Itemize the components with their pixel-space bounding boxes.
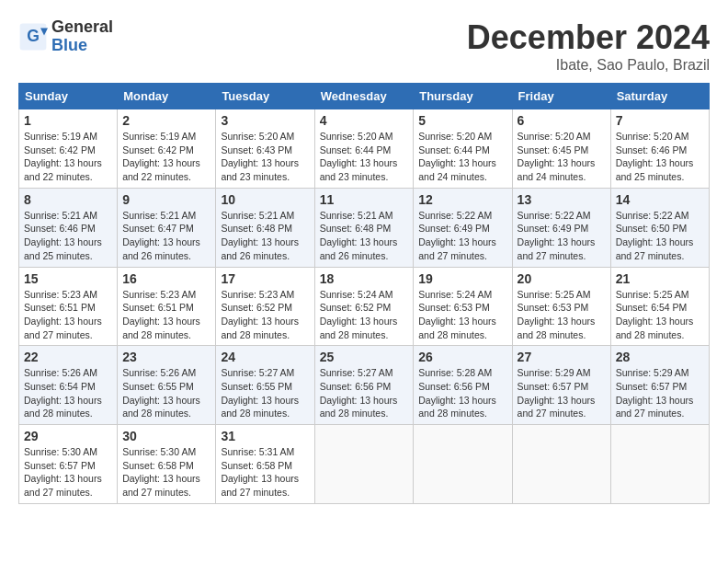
month-year: December 2024 [467, 18, 710, 57]
logo-line2: Blue [51, 37, 113, 55]
day-number: 17 [221, 271, 309, 286]
day-info: Sunrise: 5:20 AM Sunset: 6:46 PM Dayligh… [616, 130, 704, 184]
day-info: Sunrise: 5:21 AM Sunset: 6:46 PM Dayligh… [24, 209, 112, 263]
calendar-cell: 22Sunrise: 5:26 AM Sunset: 6:54 PM Dayli… [19, 346, 118, 425]
calendar-cell: 18Sunrise: 5:24 AM Sunset: 6:52 PM Dayli… [314, 267, 414, 346]
calendar-cell: 23Sunrise: 5:26 AM Sunset: 6:55 PM Dayli… [118, 346, 216, 425]
day-number: 18 [320, 271, 409, 286]
day-number: 19 [418, 271, 506, 286]
day-info: Sunrise: 5:20 AM Sunset: 6:44 PM Dayligh… [320, 130, 409, 184]
day-number: 22 [24, 350, 112, 364]
calendar-cell: 19Sunrise: 5:24 AM Sunset: 6:53 PM Dayli… [414, 267, 512, 346]
day-info: Sunrise: 5:25 AM Sunset: 6:53 PM Dayligh… [518, 288, 606, 342]
day-info: Sunrise: 5:21 AM Sunset: 6:47 PM Dayligh… [122, 209, 210, 263]
day-info: Sunrise: 5:31 AM Sunset: 6:58 PM Dayligh… [221, 445, 309, 500]
day-info: Sunrise: 5:28 AM Sunset: 6:56 PM Dayligh… [418, 366, 506, 420]
calendar-cell: 10Sunrise: 5:21 AM Sunset: 6:48 PM Dayli… [216, 188, 314, 267]
logo-icon: G [18, 22, 48, 52]
day-number: 21 [616, 271, 704, 286]
day-number: 29 [24, 429, 112, 443]
day-number: 30 [122, 429, 210, 443]
weekday-header-row: SundayMondayTuesdayWednesdayThursdayFrid… [19, 84, 710, 109]
weekday-header-tuesday: Tuesday [216, 84, 314, 109]
calendar-header: SundayMondayTuesdayWednesdayThursdayFrid… [19, 84, 710, 109]
day-number: 12 [418, 192, 506, 207]
day-info: Sunrise: 5:21 AM Sunset: 6:48 PM Dayligh… [320, 209, 409, 263]
calendar-week-2: 8Sunrise: 5:21 AM Sunset: 6:46 PM Daylig… [19, 188, 710, 267]
calendar-cell: 30Sunrise: 5:30 AM Sunset: 6:58 PM Dayli… [118, 425, 216, 504]
calendar-cell: 20Sunrise: 5:25 AM Sunset: 6:53 PM Dayli… [512, 267, 610, 346]
calendar-cell: 5Sunrise: 5:20 AM Sunset: 6:44 PM Daylig… [414, 109, 512, 189]
weekday-header-wednesday: Wednesday [314, 84, 414, 109]
weekday-header-saturday: Saturday [610, 84, 709, 109]
calendar-week-1: 1Sunrise: 5:19 AM Sunset: 6:42 PM Daylig… [19, 109, 710, 189]
day-info: Sunrise: 5:21 AM Sunset: 6:48 PM Dayligh… [221, 209, 309, 263]
calendar-cell: 28Sunrise: 5:29 AM Sunset: 6:57 PM Dayli… [610, 346, 709, 425]
weekday-header-thursday: Thursday [414, 84, 512, 109]
logo: G General Blue [18, 18, 113, 55]
calendar-cell: 12Sunrise: 5:22 AM Sunset: 6:49 PM Dayli… [414, 188, 512, 267]
day-number: 3 [221, 113, 309, 128]
day-number: 24 [221, 350, 309, 364]
calendar-cell: 14Sunrise: 5:22 AM Sunset: 6:50 PM Dayli… [610, 188, 709, 267]
day-info: Sunrise: 5:27 AM Sunset: 6:56 PM Dayligh… [320, 366, 409, 420]
calendar-cell [414, 425, 512, 504]
calendar-body: 1Sunrise: 5:19 AM Sunset: 6:42 PM Daylig… [19, 109, 710, 504]
day-info: Sunrise: 5:22 AM Sunset: 6:49 PM Dayligh… [518, 209, 606, 263]
page-header: G General Blue December 2024 Ibate, Sao … [18, 18, 710, 74]
calendar-cell: 1Sunrise: 5:19 AM Sunset: 6:42 PM Daylig… [19, 109, 118, 189]
title-block: December 2024 Ibate, Sao Paulo, Brazil [467, 18, 710, 74]
day-number: 14 [616, 192, 704, 207]
day-number: 23 [122, 350, 210, 364]
calendar-cell: 24Sunrise: 5:27 AM Sunset: 6:55 PM Dayli… [216, 346, 314, 425]
calendar-cell [610, 425, 709, 504]
calendar-cell: 25Sunrise: 5:27 AM Sunset: 6:56 PM Dayli… [314, 346, 414, 425]
calendar-cell [314, 425, 414, 504]
day-number: 7 [616, 113, 704, 128]
day-number: 4 [320, 113, 409, 128]
calendar-cell: 4Sunrise: 5:20 AM Sunset: 6:44 PM Daylig… [314, 109, 414, 189]
calendar-cell: 9Sunrise: 5:21 AM Sunset: 6:47 PM Daylig… [118, 188, 216, 267]
calendar-cell: 16Sunrise: 5:23 AM Sunset: 6:51 PM Dayli… [118, 267, 216, 346]
day-info: Sunrise: 5:23 AM Sunset: 6:51 PM Dayligh… [122, 288, 210, 342]
calendar-cell: 26Sunrise: 5:28 AM Sunset: 6:56 PM Dayli… [414, 346, 512, 425]
day-info: Sunrise: 5:22 AM Sunset: 6:49 PM Dayligh… [418, 209, 506, 263]
calendar-cell: 21Sunrise: 5:25 AM Sunset: 6:54 PM Dayli… [610, 267, 709, 346]
day-number: 20 [518, 271, 606, 286]
day-number: 31 [221, 429, 309, 443]
calendar-cell: 31Sunrise: 5:31 AM Sunset: 6:58 PM Dayli… [216, 425, 314, 504]
calendar-cell: 8Sunrise: 5:21 AM Sunset: 6:46 PM Daylig… [19, 188, 118, 267]
calendar-cell: 17Sunrise: 5:23 AM Sunset: 6:52 PM Dayli… [216, 267, 314, 346]
calendar-table: SundayMondayTuesdayWednesdayThursdayFrid… [18, 83, 710, 504]
calendar-cell: 7Sunrise: 5:20 AM Sunset: 6:46 PM Daylig… [610, 109, 709, 189]
calendar-cell: 3Sunrise: 5:20 AM Sunset: 6:43 PM Daylig… [216, 109, 314, 189]
day-number: 27 [518, 350, 606, 364]
day-number: 1 [24, 113, 112, 128]
day-number: 16 [122, 271, 210, 286]
day-info: Sunrise: 5:20 AM Sunset: 6:45 PM Dayligh… [518, 130, 606, 184]
calendar-cell: 29Sunrise: 5:30 AM Sunset: 6:57 PM Dayli… [19, 425, 118, 504]
svg-text:G: G [27, 27, 40, 45]
day-number: 8 [24, 192, 112, 207]
day-info: Sunrise: 5:25 AM Sunset: 6:54 PM Dayligh… [616, 288, 704, 342]
calendar-cell: 6Sunrise: 5:20 AM Sunset: 6:45 PM Daylig… [512, 109, 610, 189]
day-info: Sunrise: 5:23 AM Sunset: 6:52 PM Dayligh… [221, 288, 309, 342]
day-number: 10 [221, 192, 309, 207]
calendar-cell: 2Sunrise: 5:19 AM Sunset: 6:42 PM Daylig… [118, 109, 216, 189]
day-info: Sunrise: 5:19 AM Sunset: 6:42 PM Dayligh… [122, 130, 210, 184]
weekday-header-friday: Friday [512, 84, 610, 109]
day-number: 13 [518, 192, 606, 207]
day-number: 2 [122, 113, 210, 128]
calendar-cell: 15Sunrise: 5:23 AM Sunset: 6:51 PM Dayli… [19, 267, 118, 346]
calendar-cell: 11Sunrise: 5:21 AM Sunset: 6:48 PM Dayli… [314, 188, 414, 267]
calendar-cell [512, 425, 610, 504]
day-info: Sunrise: 5:19 AM Sunset: 6:42 PM Dayligh… [24, 130, 112, 184]
calendar-week-4: 22Sunrise: 5:26 AM Sunset: 6:54 PM Dayli… [19, 346, 710, 425]
day-info: Sunrise: 5:26 AM Sunset: 6:54 PM Dayligh… [24, 366, 112, 420]
weekday-header-monday: Monday [118, 84, 216, 109]
day-info: Sunrise: 5:20 AM Sunset: 6:43 PM Dayligh… [221, 130, 309, 184]
logo-text: General Blue [51, 18, 113, 55]
day-info: Sunrise: 5:22 AM Sunset: 6:50 PM Dayligh… [616, 209, 704, 263]
calendar-cell: 13Sunrise: 5:22 AM Sunset: 6:49 PM Dayli… [512, 188, 610, 267]
calendar-week-5: 29Sunrise: 5:30 AM Sunset: 6:57 PM Dayli… [19, 425, 710, 504]
